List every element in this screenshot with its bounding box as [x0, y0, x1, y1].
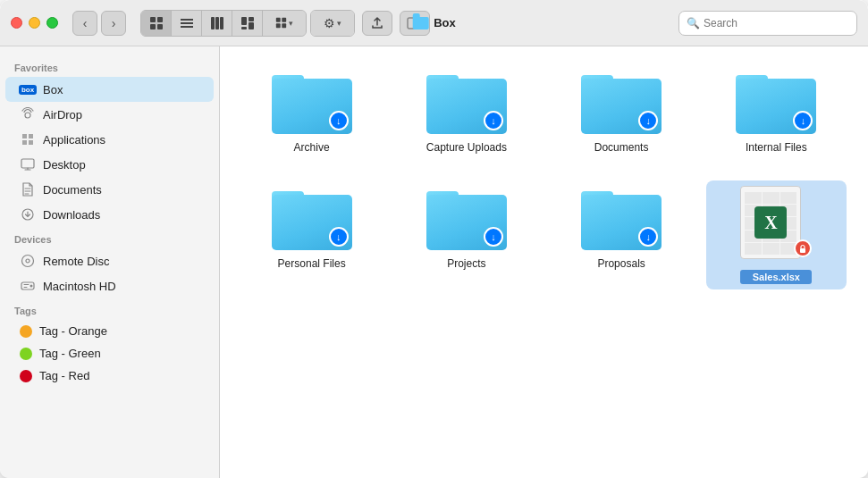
svg-rect-0: [150, 17, 156, 22]
sidebar-item-macintosh-hd[interactable]: Macintosh HD: [5, 273, 214, 298]
desktop-icon: [20, 156, 36, 172]
file-name-personal-files: Personal Files: [278, 257, 346, 270]
settings-button[interactable]: ⚙ ▾: [311, 11, 354, 36]
list-item[interactable]: ↓ Personal Files: [241, 180, 382, 289]
list-item[interactable]: ↓ Proposals: [552, 180, 692, 289]
forward-button[interactable]: ›: [101, 11, 126, 36]
title-label: Box: [434, 16, 456, 29]
list-item[interactable]: ↓ Capture Uploads: [396, 64, 536, 159]
maximize-button[interactable]: [46, 17, 58, 29]
view-icon-grid-button[interactable]: [141, 11, 172, 36]
svg-rect-8: [215, 17, 219, 29]
hd-icon: [20, 278, 36, 294]
folder-icon-personal-files: ↓: [272, 186, 352, 250]
cloud-badge: ↓: [484, 227, 503, 247]
box-icon: box: [20, 81, 36, 97]
sidebar-item-box[interactable]: box Box: [5, 77, 214, 102]
sidebar-label-applications: Applications: [43, 133, 105, 147]
sidebar-label-airdrop: AirDrop: [43, 108, 82, 122]
folder-icon-capture-uploads: ↓: [426, 70, 507, 134]
search-box[interactable]: 🔍: [678, 11, 857, 36]
file-name-projects: Projects: [447, 257, 485, 270]
list-item[interactable]: X Sales.xlsx: [706, 180, 847, 289]
svg-rect-27: [800, 248, 805, 253]
sidebar-label-tag-green: Tag - Green: [39, 347, 101, 360]
svg-rect-7: [211, 17, 215, 29]
svg-rect-13: [241, 27, 247, 29]
view-columns-button[interactable]: [202, 11, 232, 36]
sidebar-label-remote-disc: Remote Disc: [43, 255, 109, 268]
sidebar: Favorites box Box AirDrop: [0, 46, 220, 478]
file-name-capture-uploads: Capture Uploads: [426, 141, 507, 154]
cloud-badge: ↓: [484, 111, 503, 130]
sidebar-item-tag-green[interactable]: Tag - Green: [5, 342, 214, 365]
main-container: Favorites box Box AirDrop: [0, 46, 868, 478]
close-button[interactable]: [11, 17, 22, 29]
svg-rect-3: [157, 24, 163, 29]
svg-rect-10: [241, 17, 247, 25]
folder-icon-documents: ↓: [581, 70, 662, 134]
titlebar: ‹ ›: [0, 0, 868, 46]
title-folder-icon: [412, 17, 428, 29]
folder-icon-proposals: ↓: [581, 186, 662, 250]
svg-point-23: [22, 256, 34, 267]
svg-rect-15: [282, 18, 286, 22]
cloud-badge: ↓: [638, 111, 658, 130]
sidebar-label-box: Box: [43, 83, 63, 96]
sidebar-item-downloads[interactable]: Downloads: [5, 202, 214, 227]
view-list-button[interactable]: [172, 11, 202, 36]
view-toggle-group: ▾: [140, 10, 307, 37]
sidebar-item-documents[interactable]: Documents: [5, 177, 214, 202]
sidebar-label-tag-red: Tag - Red: [39, 369, 89, 382]
folder-icon-internal-files: ↓: [736, 70, 816, 134]
sidebar-item-tag-red[interactable]: Tag - Red: [5, 365, 214, 387]
sidebar-item-desktop[interactable]: Desktop: [5, 152, 214, 177]
svg-rect-2: [150, 24, 156, 29]
svg-rect-14: [276, 18, 281, 22]
traffic-lights: [11, 17, 58, 29]
view-gallery-button[interactable]: [232, 11, 263, 36]
svg-rect-21: [21, 159, 34, 168]
svg-rect-6: [181, 26, 193, 28]
sidebar-label-tag-orange: Tag - Orange: [39, 324, 107, 338]
svg-point-26: [30, 285, 33, 288]
sidebar-item-remote-disc[interactable]: Remote Disc: [5, 248, 214, 273]
tag-red-dot: [20, 370, 32, 382]
favorites-section-title: Favorites: [0, 55, 219, 77]
list-item[interactable]: ↓ Projects: [396, 180, 536, 289]
sidebar-label-documents: Documents: [43, 183, 102, 197]
list-item[interactable]: ↓ Archive: [241, 64, 382, 159]
svg-rect-17: [282, 23, 286, 28]
file-grid: ↓ Archive ↓ Capture Uploads ↓: [241, 64, 847, 289]
sidebar-item-tag-orange[interactable]: Tag - Orange: [5, 320, 214, 342]
svg-rect-1: [157, 17, 163, 22]
nav-buttons: ‹ ›: [72, 11, 126, 36]
file-name-proposals: Proposals: [597, 257, 645, 270]
svg-point-24: [26, 259, 29, 263]
view-grid2-button[interactable]: ▾: [263, 11, 306, 36]
file-name-documents: Documents: [594, 141, 649, 154]
svg-point-20: [25, 113, 30, 118]
downloads-icon: [20, 206, 36, 222]
sidebar-label-macintosh-hd: Macintosh HD: [43, 280, 116, 293]
documents-icon: [20, 181, 36, 197]
sidebar-label-downloads: Downloads: [43, 208, 100, 222]
folder-icon-archive: ↓: [272, 70, 352, 134]
tag-green-dot: [20, 348, 32, 360]
share-button[interactable]: [362, 11, 392, 36]
devices-section-title: Devices: [0, 227, 219, 248]
cloud-badge: ↓: [638, 227, 658, 247]
tags-section-title: Tags: [0, 298, 219, 320]
list-item[interactable]: ↓ Documents: [552, 64, 692, 159]
svg-rect-5: [181, 22, 193, 24]
excel-file-icon: X: [740, 186, 812, 266]
action-group: ⚙ ▾: [310, 10, 355, 37]
svg-rect-11: [249, 17, 254, 21]
list-item[interactable]: ↓ Internal Files: [706, 64, 847, 159]
sidebar-item-airdrop[interactable]: AirDrop: [5, 102, 214, 127]
search-input[interactable]: [704, 17, 849, 29]
svg-rect-4: [181, 19, 193, 21]
minimize-button[interactable]: [29, 17, 40, 29]
back-button[interactable]: ‹: [72, 11, 97, 36]
sidebar-item-applications[interactable]: Applications: [5, 127, 214, 152]
